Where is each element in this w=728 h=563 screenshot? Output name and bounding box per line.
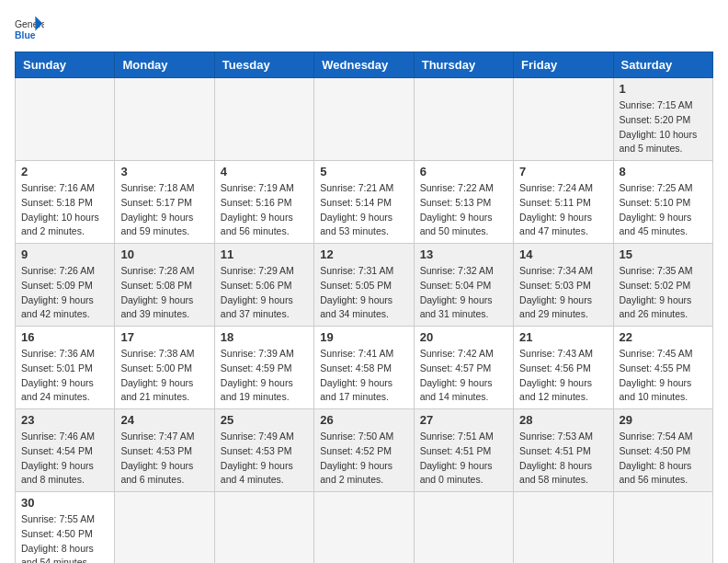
- day-number: 30: [21, 496, 108, 510]
- day-number: 2: [21, 165, 108, 178]
- calendar-day-cell: 25Sunrise: 7:49 AM Sunset: 4:53 PM Dayli…: [214, 409, 313, 492]
- logo-icon: General Blue: [15, 15, 44, 44]
- calendar-day-cell: [514, 78, 613, 161]
- day-info: Sunrise: 7:15 AM Sunset: 5:20 PM Dayligh…: [620, 98, 707, 156]
- day-info: Sunrise: 7:43 AM Sunset: 4:56 PM Dayligh…: [519, 347, 607, 405]
- day-number: 4: [221, 165, 308, 178]
- calendar-day-cell: 14Sunrise: 7:34 AM Sunset: 5:03 PM Dayli…: [514, 244, 613, 327]
- calendar-day-cell: 27Sunrise: 7:51 AM Sunset: 4:51 PM Dayli…: [414, 409, 513, 492]
- day-number: 1: [620, 82, 707, 96]
- day-info: Sunrise: 7:18 AM Sunset: 5:17 PM Dayligh…: [120, 181, 208, 239]
- calendar-day-cell: [214, 78, 313, 161]
- day-info: Sunrise: 7:49 AM Sunset: 4:53 PM Dayligh…: [221, 430, 308, 488]
- day-info: Sunrise: 7:16 AM Sunset: 5:18 PM Dayligh…: [21, 181, 108, 239]
- day-info: Sunrise: 7:31 AM Sunset: 5:05 PM Dayligh…: [320, 264, 407, 322]
- day-info: Sunrise: 7:32 AM Sunset: 5:04 PM Dayligh…: [420, 264, 507, 322]
- calendar-day-cell: 19Sunrise: 7:41 AM Sunset: 4:58 PM Dayli…: [314, 327, 414, 409]
- calendar-day-cell: [514, 492, 613, 564]
- day-number: 16: [21, 330, 108, 344]
- day-number: 29: [620, 413, 707, 427]
- calendar-day-cell: [314, 78, 414, 161]
- calendar-day-cell: 21Sunrise: 7:43 AM Sunset: 4:56 PM Dayli…: [514, 327, 613, 409]
- calendar-day-cell: 24Sunrise: 7:47 AM Sunset: 4:53 PM Dayli…: [115, 409, 214, 492]
- day-info: Sunrise: 7:38 AM Sunset: 5:00 PM Dayligh…: [120, 347, 208, 405]
- calendar-day-cell: [16, 78, 115, 161]
- day-number: 18: [221, 330, 308, 344]
- day-info: Sunrise: 7:22 AM Sunset: 5:13 PM Dayligh…: [420, 181, 507, 239]
- weekday-header-friday: Friday: [514, 52, 613, 78]
- day-info: Sunrise: 7:24 AM Sunset: 5:11 PM Dayligh…: [519, 181, 607, 239]
- day-number: 25: [221, 413, 308, 427]
- calendar-day-cell: 29Sunrise: 7:54 AM Sunset: 4:50 PM Dayli…: [613, 409, 712, 492]
- calendar-day-cell: 13Sunrise: 7:32 AM Sunset: 5:04 PM Dayli…: [414, 244, 513, 327]
- calendar-day-cell: 7Sunrise: 7:24 AM Sunset: 5:11 PM Daylig…: [514, 161, 613, 244]
- day-info: Sunrise: 7:41 AM Sunset: 4:58 PM Dayligh…: [320, 347, 407, 405]
- weekday-header-sunday: Sunday: [16, 52, 115, 78]
- day-info: Sunrise: 7:50 AM Sunset: 4:52 PM Dayligh…: [320, 430, 407, 488]
- calendar-day-cell: 15Sunrise: 7:35 AM Sunset: 5:02 PM Dayli…: [613, 244, 712, 327]
- day-number: 19: [320, 330, 407, 344]
- svg-text:Blue: Blue: [15, 30, 36, 40]
- day-info: Sunrise: 7:21 AM Sunset: 5:14 PM Dayligh…: [320, 181, 407, 239]
- weekday-header-row: SundayMondayTuesdayWednesdayThursdayFrid…: [16, 52, 713, 78]
- calendar-day-cell: 16Sunrise: 7:36 AM Sunset: 5:01 PM Dayli…: [16, 327, 115, 409]
- calendar-table: SundayMondayTuesdayWednesdayThursdayFrid…: [15, 52, 713, 563]
- day-number: 27: [420, 413, 507, 427]
- calendar-day-cell: 5Sunrise: 7:21 AM Sunset: 5:14 PM Daylig…: [314, 161, 414, 244]
- day-number: 24: [120, 413, 208, 427]
- day-number: 13: [420, 247, 507, 261]
- weekday-header-saturday: Saturday: [613, 52, 712, 78]
- day-info: Sunrise: 7:39 AM Sunset: 4:59 PM Dayligh…: [221, 347, 308, 405]
- day-number: 3: [120, 165, 208, 178]
- day-info: Sunrise: 7:42 AM Sunset: 4:57 PM Dayligh…: [420, 347, 507, 405]
- day-number: 6: [420, 165, 507, 178]
- day-number: 12: [320, 247, 407, 261]
- day-number: 23: [21, 413, 108, 427]
- weekday-header-thursday: Thursday: [414, 52, 513, 78]
- calendar-day-cell: 23Sunrise: 7:46 AM Sunset: 4:54 PM Dayli…: [16, 409, 115, 492]
- calendar-day-cell: 9Sunrise: 7:26 AM Sunset: 5:09 PM Daylig…: [16, 244, 115, 327]
- day-info: Sunrise: 7:36 AM Sunset: 5:01 PM Dayligh…: [21, 347, 108, 405]
- calendar-day-cell: 18Sunrise: 7:39 AM Sunset: 4:59 PM Dayli…: [214, 327, 313, 409]
- calendar-day-cell: 2Sunrise: 7:16 AM Sunset: 5:18 PM Daylig…: [16, 161, 115, 244]
- day-number: 21: [519, 330, 607, 344]
- calendar-day-cell: [314, 492, 414, 564]
- calendar-day-cell: 30Sunrise: 7:55 AM Sunset: 4:50 PM Dayli…: [16, 492, 115, 564]
- day-number: 22: [620, 330, 707, 344]
- calendar-day-cell: [214, 492, 313, 564]
- calendar-day-cell: 6Sunrise: 7:22 AM Sunset: 5:13 PM Daylig…: [414, 161, 513, 244]
- day-number: 15: [620, 247, 707, 261]
- weekday-header-monday: Monday: [115, 52, 214, 78]
- calendar-day-cell: [414, 78, 513, 161]
- weekday-header-tuesday: Tuesday: [214, 52, 313, 78]
- weekday-header-wednesday: Wednesday: [314, 52, 414, 78]
- day-info: Sunrise: 7:25 AM Sunset: 5:10 PM Dayligh…: [620, 181, 707, 239]
- calendar-day-cell: 8Sunrise: 7:25 AM Sunset: 5:10 PM Daylig…: [613, 161, 712, 244]
- day-number: 10: [120, 247, 208, 261]
- day-number: 17: [120, 330, 208, 344]
- calendar-day-cell: [414, 492, 513, 564]
- calendar-day-cell: [613, 492, 712, 564]
- day-number: 7: [519, 165, 607, 178]
- logo: General Blue: [15, 15, 44, 44]
- calendar-day-cell: 20Sunrise: 7:42 AM Sunset: 4:57 PM Dayli…: [414, 327, 513, 409]
- day-number: 14: [519, 247, 607, 261]
- day-number: 9: [21, 247, 108, 261]
- day-info: Sunrise: 7:28 AM Sunset: 5:08 PM Dayligh…: [120, 264, 208, 322]
- calendar-day-cell: [115, 492, 214, 564]
- day-info: Sunrise: 7:29 AM Sunset: 5:06 PM Dayligh…: [221, 264, 308, 322]
- calendar-day-cell: 3Sunrise: 7:18 AM Sunset: 5:17 PM Daylig…: [115, 161, 214, 244]
- day-number: 28: [519, 413, 607, 427]
- calendar-day-cell: 12Sunrise: 7:31 AM Sunset: 5:05 PM Dayli…: [314, 244, 414, 327]
- day-number: 26: [320, 413, 407, 427]
- page-header: General Blue: [15, 15, 713, 44]
- day-number: 8: [620, 165, 707, 178]
- calendar-week-row: 30Sunrise: 7:55 AM Sunset: 4:50 PM Dayli…: [16, 492, 713, 564]
- day-info: Sunrise: 7:46 AM Sunset: 4:54 PM Dayligh…: [21, 430, 108, 488]
- day-info: Sunrise: 7:55 AM Sunset: 4:50 PM Dayligh…: [21, 512, 108, 563]
- calendar-week-row: 16Sunrise: 7:36 AM Sunset: 5:01 PM Dayli…: [16, 327, 713, 409]
- day-info: Sunrise: 7:45 AM Sunset: 4:55 PM Dayligh…: [620, 347, 707, 405]
- day-info: Sunrise: 7:54 AM Sunset: 4:50 PM Dayligh…: [620, 430, 707, 488]
- day-info: Sunrise: 7:19 AM Sunset: 5:16 PM Dayligh…: [221, 181, 308, 239]
- calendar-day-cell: 1Sunrise: 7:15 AM Sunset: 5:20 PM Daylig…: [613, 78, 712, 161]
